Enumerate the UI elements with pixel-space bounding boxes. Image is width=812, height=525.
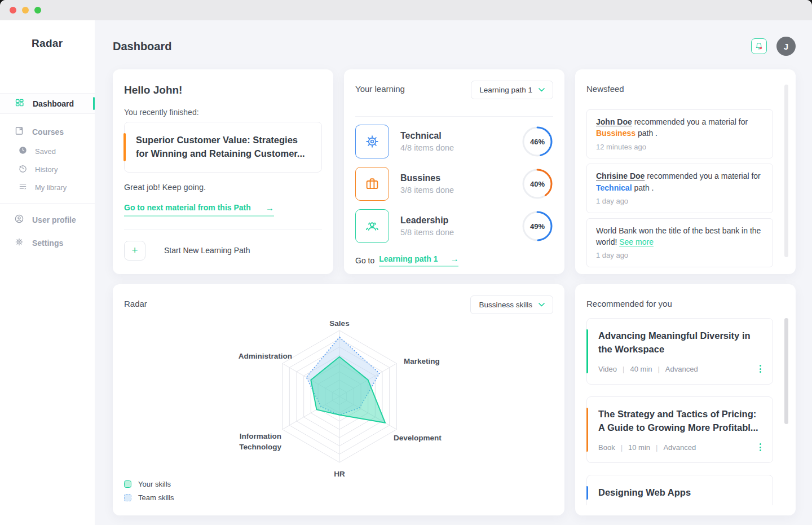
timestamp: 1 day ago — [596, 250, 764, 261]
playlist-icon — [19, 182, 27, 192]
hello-card: Hello John! You recently finished: Super… — [113, 69, 333, 274]
newsfeed-item[interactable]: John Doe recommended you a material for … — [586, 109, 773, 158]
see-more-link[interactable]: See more — [619, 237, 654, 246]
material-title: The Strategy and Tactics of Pricing: A G… — [598, 408, 761, 435]
skills-dropdown[interactable]: Bussiness skills — [470, 295, 553, 314]
user-icon — [15, 214, 24, 225]
close-window-button[interactable] — [10, 7, 16, 14]
learning-path-dropdown[interactable]: Learning path 1 — [471, 81, 553, 99]
card-title: Your learning — [355, 84, 405, 94]
learning-item-progress: 3/8 items done — [400, 186, 454, 195]
learning-item-title: Leadership — [400, 215, 454, 226]
card-title: Newsfeed — [586, 84, 784, 94]
notifications-button[interactable] — [751, 38, 767, 54]
your-learning-card: Your learning Learning path 1 — [344, 69, 564, 274]
recently-finished-label: You recently finished: — [124, 108, 322, 117]
accent-bar — [123, 133, 126, 161]
newsfeed-item[interactable]: World Bank won the title of the best ban… — [586, 218, 773, 267]
page-title: Dashboard — [113, 40, 171, 53]
learning-item-title: Technical — [400, 131, 454, 141]
sidebar-item-label: Settings — [32, 239, 63, 248]
material-level: Advanced — [665, 365, 698, 373]
material-duration: 10 min — [628, 443, 650, 452]
maximize-window-button[interactable] — [34, 7, 41, 14]
learning-item-technical[interactable]: Technical 4/8 items done 46% — [355, 125, 553, 158]
chart-legend: Your skills Team skills — [124, 480, 174, 502]
kebab-menu-icon[interactable] — [760, 443, 761, 451]
add-learning-path-button[interactable]: + — [124, 241, 145, 261]
svg-text:Development: Development — [394, 434, 442, 442]
sidebar-item-label: Courses — [32, 127, 64, 136]
divider — [124, 230, 322, 230]
newsfeed-text: John Doe recommended you a material for … — [596, 116, 764, 139]
svg-text:Administration: Administration — [239, 352, 292, 360]
sidebar-item-history[interactable]: History — [0, 160, 95, 178]
sidebar-item-label: My library — [35, 183, 67, 192]
scrollbar[interactable] — [784, 85, 788, 257]
encouragement-text: Great job! Keep going. — [124, 183, 322, 192]
main-area: Dashboard J Hello John! Yo — [95, 20, 812, 525]
people-icon — [355, 209, 389, 243]
card-title: Recommended for you — [586, 299, 784, 308]
active-indicator — [93, 97, 95, 110]
recommended-list: Advancing Meaningful Diversity in the Wo… — [586, 318, 784, 505]
progress-ring: 49% — [522, 210, 553, 242]
finished-material-title: Superior Customer Value: Strategies for … — [136, 134, 310, 161]
divider — [355, 116, 553, 117]
person-name: John Doe — [596, 117, 632, 126]
timestamp: 1 day ago — [596, 196, 764, 207]
radar-card: Radar Bussiness skills SalesMarketingDev… — [113, 284, 564, 515]
gear-icon — [15, 237, 24, 248]
sidebar-item-label: User profile — [32, 215, 76, 224]
minimize-window-button[interactable] — [22, 7, 29, 14]
recommended-item[interactable]: Designing Web Apps — [586, 475, 773, 505]
titlebar — [0, 0, 812, 20]
gear-icon — [355, 125, 389, 158]
briefcase-icon — [355, 167, 389, 201]
recommended-item[interactable]: Advancing Meaningful Diversity in the Wo… — [586, 318, 773, 385]
book-icon — [15, 126, 24, 137]
sidebar-item-settings[interactable]: Settings — [0, 232, 95, 253]
svg-text:Marketing: Marketing — [404, 357, 440, 365]
accent-bar — [586, 408, 588, 452]
sidebar-item-label: History — [35, 165, 58, 174]
material-duration: 40 min — [630, 365, 652, 373]
material-type: Video — [598, 365, 617, 373]
next-material-link[interactable]: Go to next material from this Path → — [124, 203, 274, 217]
path-highlight: Technical — [596, 183, 632, 192]
newsfeed-item[interactable]: Chrisine Doe recommended you a material … — [586, 164, 773, 213]
bell-icon — [754, 41, 764, 51]
app-window: Radar Dashboard — [0, 0, 812, 525]
learning-item-leadership[interactable]: Leadership 5/8 items done 49% — [355, 209, 553, 243]
recommended-card: Recommended for you Advancing Meaningful… — [575, 284, 796, 515]
material-type: Book — [598, 443, 615, 452]
arrow-right-icon: → — [450, 254, 458, 263]
sidebar-item-my-library[interactable]: My library — [0, 178, 95, 196]
legend-item-your-skills: Your skills — [124, 480, 174, 488]
start-new-path-row[interactable]: + Start New Learning Path — [124, 241, 322, 261]
chevron-down-icon — [539, 88, 545, 92]
sidebar-item-saved[interactable]: Saved — [0, 142, 95, 160]
svg-text:Information: Information — [240, 432, 281, 440]
kebab-menu-icon[interactable] — [760, 365, 761, 373]
scrollbar[interactable] — [784, 318, 788, 424]
material-level: Advanced — [663, 443, 696, 452]
newsfeed-text: Chrisine Doe recommended you a material … — [596, 170, 764, 193]
plus-icon: + — [131, 244, 138, 257]
sidebar-item-dashboard[interactable]: Dashboard — [0, 93, 95, 114]
sidebar-item-user-profile[interactable]: User profile — [0, 209, 95, 230]
sidebar-item-courses[interactable]: Courses — [0, 121, 95, 142]
learning-item-bussines[interactable]: Bussines 3/8 items done 40% — [355, 167, 553, 201]
finished-material-box[interactable]: Superior Customer Value: Strategies for … — [124, 122, 322, 173]
dropdown-value: Bussiness skills — [479, 301, 532, 309]
svg-text:Sales: Sales — [329, 319, 349, 328]
goto-learning-path-link[interactable]: Learning path 1 → — [379, 254, 458, 267]
newsfeed-text: World Bank won the title of the best ban… — [596, 225, 764, 248]
accent-bar — [586, 329, 588, 373]
newsfeed-card: Newsfeed John Doe recommended you a mate… — [575, 69, 796, 274]
path-highlight: Bussiness — [596, 129, 636, 138]
recommended-item[interactable]: The Strategy and Tactics of Pricing: A G… — [586, 396, 773, 463]
avatar[interactable]: J — [776, 37, 796, 56]
learning-item-progress: 5/8 items done — [400, 228, 454, 237]
svg-text:HR: HR — [334, 470, 345, 478]
